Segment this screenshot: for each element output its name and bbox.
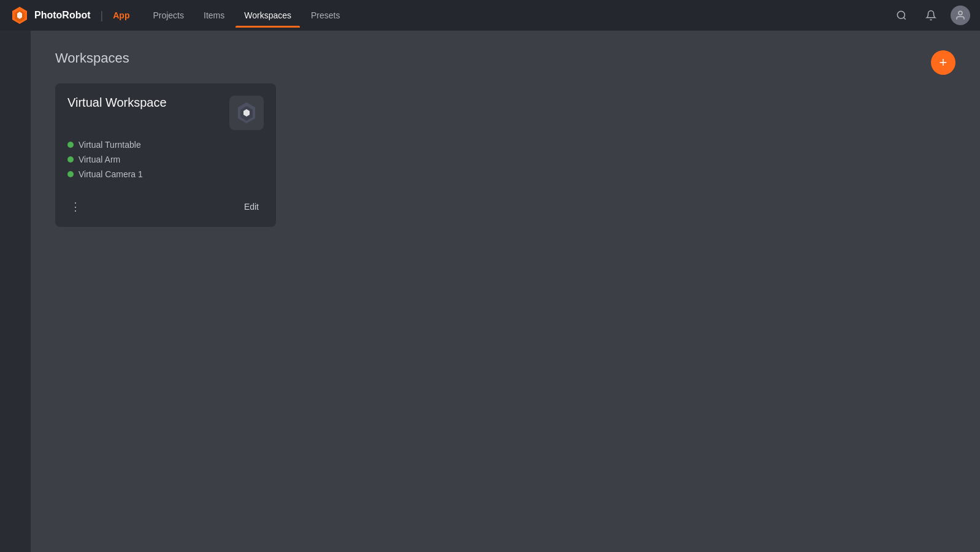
workspace-logo-icon bbox=[234, 101, 259, 125]
more-options-button[interactable]: ⋮ bbox=[67, 199, 84, 215]
add-workspace-button[interactable]: + bbox=[931, 50, 955, 75]
logo-text: PhotoRobot bbox=[34, 10, 91, 21]
workspace-card: Virtual Workspace Virtual Turntable bbox=[55, 83, 276, 227]
workspace-grid: Virtual Workspace Virtual Turntable bbox=[55, 83, 955, 227]
device-name-turntable: Virtual Turntable bbox=[78, 140, 141, 150]
edit-workspace-button[interactable]: Edit bbox=[239, 199, 264, 214]
sidebar bbox=[0, 31, 31, 552]
logo-icon bbox=[10, 6, 29, 25]
svg-line-3 bbox=[903, 17, 905, 19]
nav-projects[interactable]: Projects bbox=[144, 7, 193, 24]
workspace-logo bbox=[229, 96, 264, 130]
user-icon bbox=[955, 10, 966, 21]
device-name-arm: Virtual Arm bbox=[78, 155, 120, 164]
logo-area[interactable]: PhotoRobot | App bbox=[10, 6, 129, 25]
page-layout: Workspaces + Virtual Workspace bbox=[0, 31, 980, 552]
main-content: Workspaces + Virtual Workspace bbox=[31, 31, 980, 552]
nav-presets[interactable]: Presets bbox=[302, 7, 348, 24]
card-header: Virtual Workspace bbox=[67, 96, 264, 130]
logo-app-label: App bbox=[113, 10, 129, 20]
workspace-name: Virtual Workspace bbox=[67, 96, 167, 110]
notifications-button[interactable] bbox=[921, 6, 941, 25]
nav-workspaces[interactable]: Workspaces bbox=[235, 7, 300, 24]
main-nav: Projects Items Workspaces Presets bbox=[144, 7, 348, 24]
device-item: Virtual Camera 1 bbox=[67, 169, 264, 179]
search-icon bbox=[896, 10, 907, 21]
nav-items[interactable]: Items bbox=[195, 7, 233, 24]
bell-icon bbox=[925, 10, 936, 21]
status-dot-turntable bbox=[67, 142, 74, 148]
navbar: PhotoRobot | App Projects Items Workspac… bbox=[0, 0, 980, 31]
logo-separator: | bbox=[101, 9, 104, 22]
card-footer: ⋮ Edit bbox=[67, 191, 264, 215]
add-icon: + bbox=[940, 56, 947, 69]
device-item: Virtual Turntable bbox=[67, 140, 264, 150]
navbar-right bbox=[892, 6, 970, 25]
device-item: Virtual Arm bbox=[67, 155, 264, 164]
edit-label: Edit bbox=[244, 202, 259, 212]
device-list: Virtual Turntable Virtual Arm Virtual Ca… bbox=[67, 140, 264, 179]
user-avatar[interactable] bbox=[951, 6, 970, 25]
svg-point-4 bbox=[959, 11, 962, 15]
search-button[interactable] bbox=[892, 6, 911, 25]
device-name-camera: Virtual Camera 1 bbox=[78, 169, 143, 179]
svg-point-2 bbox=[897, 11, 905, 18]
page-header: Workspaces bbox=[55, 50, 955, 66]
more-icon: ⋮ bbox=[70, 201, 82, 213]
status-dot-camera bbox=[67, 171, 74, 177]
page-title: Workspaces bbox=[55, 50, 129, 66]
status-dot-arm bbox=[67, 156, 74, 163]
